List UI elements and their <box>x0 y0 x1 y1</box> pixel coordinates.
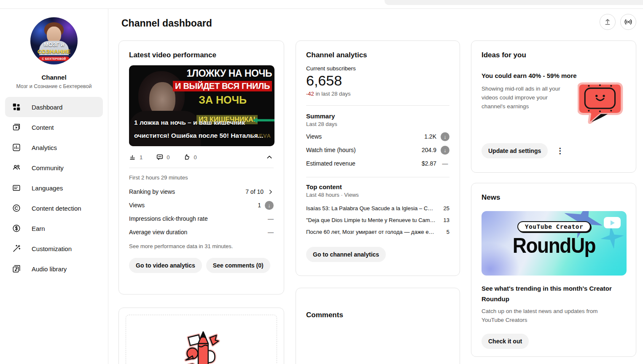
magic-wand-icon <box>12 244 21 253</box>
divider <box>306 177 449 177</box>
copyright-icon <box>12 203 21 213</box>
news-banner[interactable]: YouTube Creator RoundUp <box>482 211 627 276</box>
play-button-icon <box>604 217 621 228</box>
channel-avatar[interactable]: МОЗГ и СОЗНАНИЕ С БЕХТЕРЕВОЙ <box>30 17 78 64</box>
summary-subtitle: Last 28 days <box>306 121 449 127</box>
video-views: 5 <box>440 229 449 235</box>
sidebar-item-label: Content detection <box>32 205 81 212</box>
top-content-row[interactable]: "Deja que Dios Limpie tu Mente y Renueve… <box>306 214 449 226</box>
metric-value: 7 of 10 <box>245 188 264 195</box>
summary-row-revenue: Estimated revenue $2.87 — <box>306 157 449 170</box>
video-title: "Deja que Dios Limpie tu Mente y Renueve… <box>306 217 440 223</box>
go-to-channel-analytics-button[interactable]: Go to channel analytics <box>306 247 386 262</box>
metric-label: Ranking by views <box>129 188 245 195</box>
sidebar-item-label: Dashboard <box>32 104 62 111</box>
thumbnail-headline1: 1ЛОЖКУ НА НОЧЬ <box>187 68 272 79</box>
collapse-chevron-icon[interactable] <box>265 153 274 161</box>
see-comments-button[interactable]: See comments (0) <box>206 258 270 273</box>
subscribers-label: Current subscribers <box>306 65 449 72</box>
sidebar-item-label: Analytics <box>32 144 57 151</box>
summary-value: $2.87 <box>422 160 436 167</box>
summary-row-watch-time: Watch time (hours) 204.9 ↓ <box>306 143 449 157</box>
views-chart-icon <box>129 153 137 161</box>
metric-label: Average view duration <box>129 229 268 236</box>
avatar-text-line2: СОЗНАНИЕ <box>30 48 78 55</box>
card-title: Ideas for you <box>482 51 626 59</box>
trend-flat: — <box>441 160 449 167</box>
news-headline: See what's trending in this month's Crea… <box>482 283 621 304</box>
ideas-for-you-card: Ideas for you You could earn 40% - 59% m… <box>471 40 636 173</box>
top-content-title: Top content <box>306 183 449 190</box>
performance-note: See more performance data in 31 minutes. <box>129 243 274 249</box>
upload-video-button[interactable] <box>600 14 616 30</box>
channel-analytics-card: Channel analytics Current subscribers 6,… <box>296 40 460 276</box>
upload-dropzone[interactable] <box>126 315 277 364</box>
go-live-button[interactable] <box>620 14 636 30</box>
sidebar: МОЗГ и СОЗНАНИЕ С БЕХТЕРЕВОЙ Channel Моз… <box>0 9 108 364</box>
upload-icon <box>603 17 612 27</box>
video-stats-row: 1 0 0 <box>129 153 274 161</box>
idea-body: Showing mid-roll ads in all your videos … <box>482 84 569 126</box>
page-title: Channel dashboard <box>121 18 212 29</box>
metric-value: — <box>268 215 274 222</box>
sidebar-item-label: Audio library <box>32 265 67 273</box>
thumbnail-caption2: очистится! Ошибка после 50! Наталья... <box>134 132 264 139</box>
divider <box>129 168 274 168</box>
sidebar-item-customization[interactable]: Customization <box>5 238 103 259</box>
idea-headline: You could earn 40% - 59% more <box>482 72 626 79</box>
summary-row-views: Views 1.2K ↓ <box>306 130 449 143</box>
news-card: News YouTube Creator RoundUp See what's … <box>471 183 636 357</box>
avatar-text-line1: МОЗГ и <box>30 41 78 48</box>
channel-subtitle: Мозг и Сознание с Бехтеревой <box>0 83 108 89</box>
video-views: 25 <box>440 205 449 211</box>
go-live-icon <box>624 17 633 27</box>
sidebar-item-label: Community <box>32 164 64 171</box>
top-content-row[interactable]: После 60 лет, Мозг умирает от голода — д… <box>306 226 449 238</box>
metric-label: Impressions click-through rate <box>129 215 268 222</box>
update-ad-settings-button[interactable]: Update ad settings <box>482 143 548 158</box>
sidebar-item-label: Earn <box>32 225 45 232</box>
languages-icon <box>12 183 21 193</box>
dashboard-icon <box>12 102 21 112</box>
video-thumbnail[interactable]: 1ЛОЖКУ НА НОЧЬ И ВЫЙДЕТ ВСЯ ГНИЛЬ ЗА НОЧ… <box>129 65 274 146</box>
sidebar-item-content[interactable]: Content <box>5 117 103 137</box>
check-it-out-button[interactable]: Check it out <box>482 334 529 349</box>
sidebar-item-languages[interactable]: Languages <box>5 178 103 198</box>
sidebar-item-community[interactable]: Community <box>5 158 103 178</box>
trend-down-icon: ↓ <box>265 201 274 210</box>
video-title: Isaías 53: La Palabra Que Sacude a la Ig… <box>306 205 440 211</box>
dollar-icon <box>12 224 21 233</box>
thumbnail-person-body <box>129 111 201 146</box>
sidebar-item-analytics[interactable]: Analytics <box>5 137 103 158</box>
thumbnail-caption1: 1 ложка на ночь – и ваш кишечник <box>134 119 245 126</box>
performance-window-label: First 2 hours 29 minutes <box>129 174 274 181</box>
summary-label: Views <box>306 133 424 140</box>
content-icon <box>12 123 21 132</box>
sidebar-item-audio-library[interactable]: Audio library <box>5 259 103 279</box>
analytics-icon <box>12 143 21 152</box>
summary-label: Estimated revenue <box>306 160 422 167</box>
top-bar <box>0 0 643 9</box>
go-to-video-analytics-button[interactable]: Go to video analytics <box>129 258 202 273</box>
video-views-count: 1 <box>140 154 143 161</box>
comment-icon <box>156 153 164 161</box>
thumbnail-headline2: И ВЫЙДЕТ ВСЯ ГНИЛЬ <box>173 81 272 91</box>
ads-doodle-illustration <box>578 81 626 126</box>
comments-card: Comments <box>296 288 460 364</box>
sidebar-item-dashboard[interactable]: Dashboard <box>5 97 103 117</box>
metric-row-ranking[interactable]: Ranking by views 7 of 10 <box>129 185 274 198</box>
sidebar-item-label: Languages <box>32 185 63 192</box>
sidebar-item-label: Customization <box>32 245 72 252</box>
top-content-row[interactable]: Isaías 53: La Palabra Que Sacude a la Ig… <box>306 202 449 214</box>
summary-value: 204.9 <box>422 147 436 153</box>
sidebar-item-label: Content <box>32 124 54 131</box>
kebab-menu-icon[interactable]: ⋮ <box>556 146 564 155</box>
metric-label: Views <box>129 202 258 209</box>
community-icon <box>12 163 21 172</box>
search-bar[interactable] <box>385 0 643 5</box>
delta-text: in last 28 days <box>315 91 350 97</box>
trend-down-icon: ↓ <box>441 132 449 141</box>
metric-value: — <box>268 229 274 236</box>
sidebar-item-earn[interactable]: Earn <box>5 218 103 238</box>
sidebar-item-content-detection[interactable]: Content detection <box>5 198 103 218</box>
